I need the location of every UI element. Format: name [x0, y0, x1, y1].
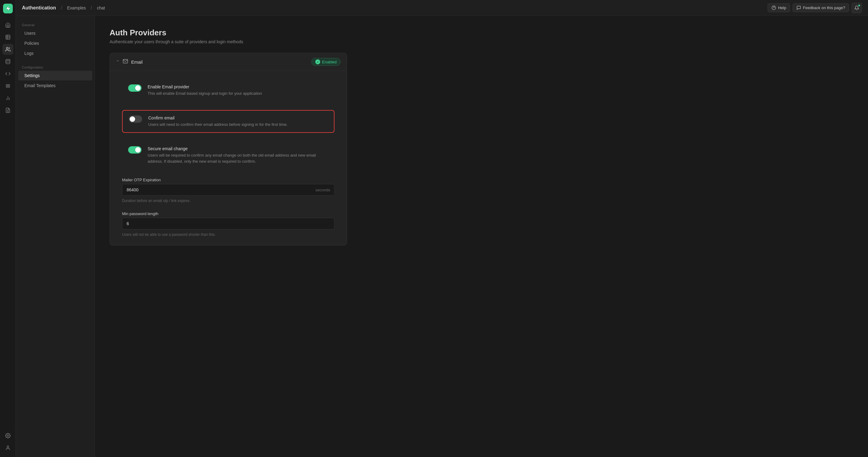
- svg-point-16: [7, 446, 9, 448]
- confirm-email-desc: Users will need to confirm their email a…: [148, 121, 328, 127]
- sidebar-icon-settings[interactable]: [2, 430, 13, 441]
- enabled-badge: ✓ Enabled: [311, 58, 341, 66]
- email-provider-name: Email: [131, 59, 143, 65]
- secure-email-toggle[interactable]: [128, 146, 142, 153]
- svg-point-5: [6, 59, 10, 61]
- breadcrumb-divider: /: [61, 5, 62, 11]
- toggle-track-confirm: [129, 115, 142, 123]
- svg-rect-0: [6, 35, 10, 39]
- sidebar-icon-logs[interactable]: [2, 80, 13, 91]
- mailer-otp-input-wrap: seconds: [122, 184, 335, 196]
- confirm-email-toggle[interactable]: [129, 115, 142, 123]
- config-section-label: Configuration: [16, 63, 95, 70]
- mailer-otp-input[interactable]: [122, 184, 335, 196]
- sidebar-icon-reports[interactable]: [2, 105, 13, 116]
- nav-sidebar: General Users Policies Logs Configuratio…: [16, 16, 95, 457]
- enable-email-setting: Enable Email provider This will enable E…: [122, 80, 335, 102]
- secure-email-desc: Users will be required to confirm any em…: [148, 152, 329, 164]
- min-password-group: Min password length Users will not be ab…: [122, 211, 335, 237]
- sidebar-item-email-templates[interactable]: Email Templates: [18, 81, 92, 90]
- check-icon: ✓: [315, 59, 320, 64]
- icon-sidebar: [0, 0, 16, 457]
- sidebar-icon-edge[interactable]: [2, 68, 13, 79]
- min-password-label: Min password length: [122, 211, 335, 216]
- min-password-hint: Users will not be able to use a password…: [122, 232, 335, 237]
- top-bar: Authentication / Examples / chat Help Fe…: [16, 0, 868, 16]
- nav-tab-chat[interactable]: chat: [97, 5, 105, 10]
- enable-email-title: Enable Email provider: [148, 84, 329, 89]
- sidebar-item-settings[interactable]: Settings: [18, 71, 92, 80]
- mailer-otp-group: Mailer OTP Expiration seconds Duration b…: [122, 178, 335, 203]
- enable-email-toggle[interactable]: [128, 84, 142, 92]
- sidebar-icon-storage[interactable]: [2, 56, 13, 67]
- enabled-label: Enabled: [322, 60, 337, 64]
- enable-email-text: Enable Email provider This will enable E…: [148, 84, 329, 96]
- toggle-thumb-confirm: [130, 116, 135, 122]
- min-password-input-wrap: [122, 218, 335, 229]
- notification-button[interactable]: [851, 3, 862, 13]
- feedback-button[interactable]: Feedback on this page?: [793, 3, 849, 12]
- confirm-email-title: Confirm email: [148, 115, 328, 120]
- sidebar-item-users[interactable]: Users: [18, 28, 92, 38]
- auth-providers-title: Auth Providers: [110, 28, 854, 37]
- toggle-track-secure: [128, 146, 142, 153]
- min-password-input[interactable]: [122, 218, 335, 229]
- sidebar-icon-table[interactable]: [2, 32, 13, 42]
- mailer-otp-label: Mailer OTP Expiration: [122, 178, 335, 182]
- main-wrapper: Authentication / Examples / chat Help Fe…: [16, 0, 868, 457]
- content-area: General Users Policies Logs Configuratio…: [16, 16, 868, 457]
- secure-email-title: Secure email change: [148, 146, 329, 151]
- mailer-otp-suffix: seconds: [316, 188, 330, 192]
- help-label: Help: [778, 5, 786, 10]
- confirm-email-text: Confirm email Users will need to confirm…: [148, 115, 328, 127]
- auth-providers-subtitle: Authenticate your users through a suite …: [110, 39, 854, 44]
- sidebar-item-logs[interactable]: Logs: [18, 49, 92, 58]
- svg-point-4: [6, 47, 8, 49]
- email-icon: [123, 58, 128, 65]
- sidebar-icon-auth[interactable]: [2, 44, 13, 55]
- app-logo: [3, 4, 13, 13]
- toggle-track-enable: [128, 84, 142, 92]
- email-provider-card: ⌃ Email ✓ Enabled: [110, 53, 347, 246]
- mailer-otp-hint: Duration before an email otp / link expi…: [122, 199, 335, 203]
- secure-email-setting: Secure email change Users will be requir…: [122, 141, 335, 169]
- page-content: Auth Providers Authenticate your users t…: [95, 16, 868, 457]
- feedback-label: Feedback on this page?: [803, 5, 845, 10]
- sidebar-icon-home[interactable]: [2, 20, 13, 30]
- top-bar-actions: Help Feedback on this page?: [768, 3, 862, 13]
- breadcrumb-divider2: /: [91, 5, 92, 11]
- help-button[interactable]: Help: [768, 3, 790, 12]
- collapse-button[interactable]: ⌃: [116, 59, 120, 64]
- enable-email-desc: This will enable Email based signup and …: [148, 90, 329, 96]
- secure-email-text: Secure email change Users will be requir…: [148, 146, 329, 164]
- toggle-thumb-enable: [135, 85, 141, 91]
- sidebar-item-policies[interactable]: Policies: [18, 38, 92, 48]
- notification-dot: [858, 4, 860, 7]
- email-provider-body: Enable Email provider This will enable E…: [110, 71, 347, 245]
- email-provider-header: ⌃ Email ✓ Enabled: [110, 53, 347, 71]
- page-title-top: Authentication: [22, 5, 56, 11]
- general-section-label: General: [16, 21, 95, 28]
- confirm-email-setting: Confirm email Users will need to confirm…: [122, 110, 335, 133]
- sidebar-icon-analytics[interactable]: [2, 93, 13, 104]
- sidebar-icon-profile[interactable]: [2, 442, 13, 453]
- toggle-thumb-secure: [135, 147, 141, 153]
- nav-tab-examples[interactable]: Examples: [67, 5, 86, 10]
- svg-point-15: [7, 435, 8, 436]
